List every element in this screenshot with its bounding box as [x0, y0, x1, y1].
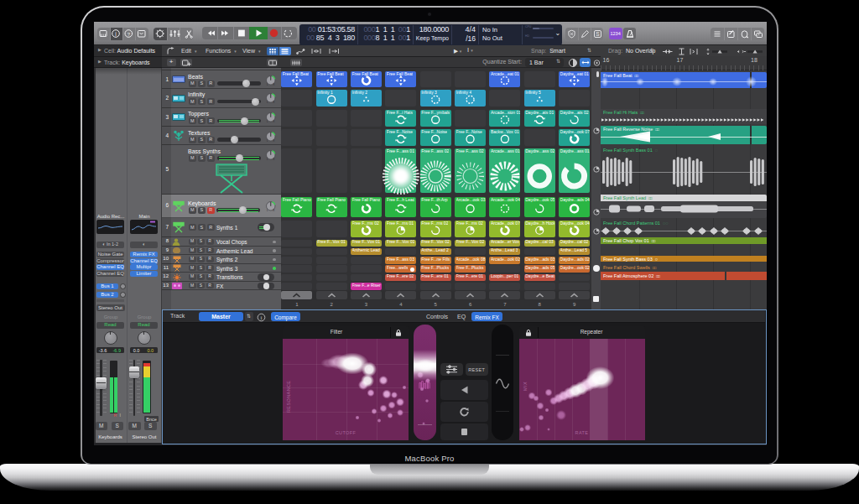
svg-text:S: S [596, 31, 600, 37]
svg-text:R: R [273, 120, 274, 122]
svg-text:i: i [261, 314, 263, 321]
svg-text:R: R [273, 83, 274, 86]
svg-text:?: ? [128, 32, 131, 37]
svg-text:R: R [273, 139, 274, 142]
svg-text:R: R [273, 158, 274, 160]
svg-text:i: i [115, 31, 117, 37]
svg-text:R: R [273, 209, 274, 211]
svg-text:R: R [273, 101, 274, 103]
